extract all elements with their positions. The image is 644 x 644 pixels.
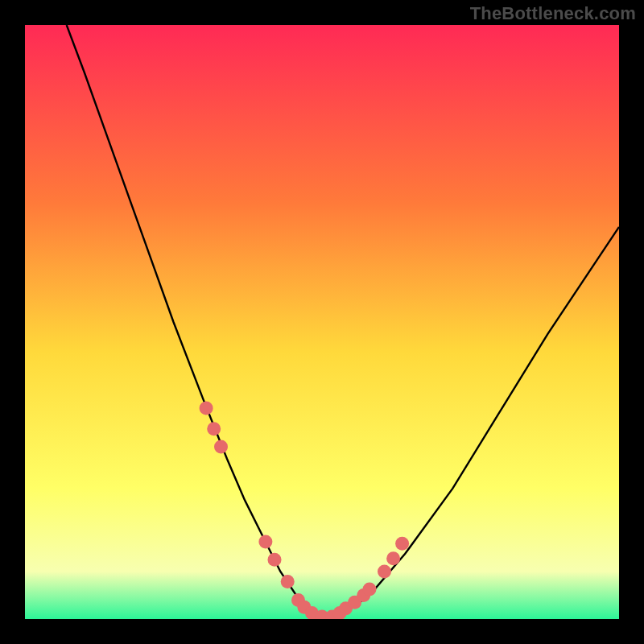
chart-frame: TheBottleneck.com [0, 0, 644, 644]
highlight-dot [207, 422, 221, 436]
plot-area [25, 25, 619, 619]
watermark-text: TheBottleneck.com [470, 3, 636, 24]
highlight-dot [200, 402, 213, 415]
highlight-dot [363, 583, 377, 597]
highlight-dot [214, 440, 228, 454]
gradient-background [25, 25, 619, 619]
highlight-dot [258, 535, 272, 549]
highlight-dot [386, 551, 400, 565]
highlight-dot [378, 565, 391, 579]
highlight-dot [281, 575, 295, 588]
highlight-dot [395, 537, 409, 551]
chart-svg [25, 25, 619, 619]
highlight-dot [268, 553, 282, 567]
